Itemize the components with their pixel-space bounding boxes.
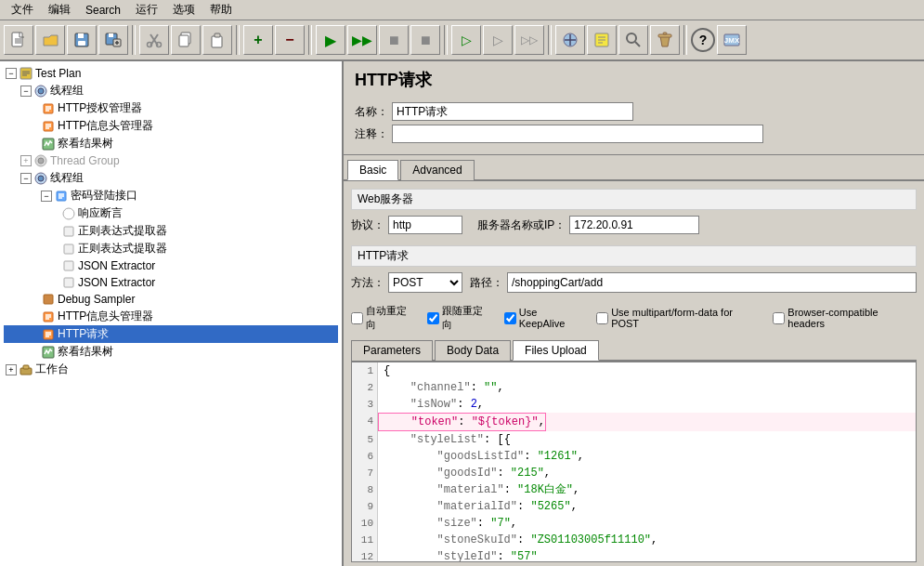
remote-stop-button[interactable]: ▷ [483,25,513,55]
search-tool-button[interactable] [618,25,648,55]
tree-item-workbench[interactable]: + 工作台 [4,361,338,378]
line-content: "token": "${token}", [378,413,546,431]
comment-input[interactable] [392,125,763,143]
tree-item-http-auth[interactable]: HTTP授权管理器 [4,99,338,117]
line-number: 8 [352,481,378,498]
svg-rect-58 [64,244,73,254]
run-button[interactable]: ▶ [316,25,345,55]
open-button[interactable] [35,25,65,55]
path-input[interactable] [507,272,917,293]
expand-icon[interactable]: − [6,68,17,79]
svg-rect-8 [109,33,113,37]
tree-item-thread-group-2[interactable]: − 线程组 [4,169,338,187]
multipart-label[interactable]: Use multipart/form-data for POST [596,307,761,329]
log-button[interactable] [587,25,617,55]
remote-exit-button[interactable]: ▷▷ [514,25,544,55]
browser-compat-label[interactable]: Browser-compatible headers [773,307,917,329]
tree-item-http-info-1[interactable]: HTTP信息头管理器 [4,117,338,135]
stop-button[interactable]: ⏹ [379,25,409,55]
line-number: 5 [352,431,378,448]
code-line-10: 10 "size": "7", [352,515,916,532]
tree-item-thread-group-1[interactable]: − 线程组 [4,82,338,99]
expand-icon-thread-group[interactable]: + [20,155,32,166]
comment-label: 注释： [355,126,388,142]
menu-options[interactable]: 选项 [165,0,202,20]
tree-view-button[interactable] [555,25,585,55]
tree-item-regex-1[interactable]: 正则表达式提取器 [4,222,338,240]
new-button[interactable] [4,25,33,55]
menu-help[interactable]: 帮助 [202,0,240,20]
cut-button[interactable] [139,25,169,55]
workbench-icon [19,362,33,377]
copy-button[interactable] [171,25,201,55]
method-select[interactable]: POST GET PUT DELETE [388,272,462,293]
tabs-bar: Basic Advanced [344,159,924,181]
tree-item-view-results-1[interactable]: 察看结果树 [4,135,338,152]
info-button[interactable]: JMX [717,25,747,55]
menu-search[interactable]: Search [78,2,128,19]
http-request-icon [41,327,56,342]
expand-icon[interactable]: − [20,86,32,97]
inner-tab-parameters[interactable]: Parameters [351,340,433,361]
code-editor[interactable]: 1{2 "channel": "",3 "isNow": 2,4 "token"… [351,362,917,562]
tree-item-http-request[interactable]: HTTP请求 [4,325,338,343]
tree-item-view-results-2[interactable]: 察看结果树 [4,343,338,361]
view-results-2-label: 察看结果树 [58,344,113,360]
debug-icon [41,292,56,307]
thread-group-1-label: 线程组 [50,83,84,99]
json-1-label: JSON Extractor [78,259,155,272]
browser-compat-checkbox[interactable] [773,312,785,324]
svg-point-56 [63,208,74,219]
svg-rect-30 [663,33,667,34]
tree-item-regex-2[interactable]: 正则表达式提取器 [4,240,338,257]
paste-button[interactable] [202,25,232,55]
protocol-input[interactable] [388,216,462,234]
multipart-checkbox[interactable] [596,312,608,324]
menu-edit[interactable]: 编辑 [41,0,78,20]
auto-redirect-checkbox[interactable] [351,312,363,324]
expand-icon-login[interactable]: − [41,191,52,202]
line-content: "goodsListId": "1261", [378,448,584,465]
test-plan-label: Test Plan [35,67,81,80]
tree-item-assert[interactable]: 响应断言 [4,204,338,222]
keep-alive-checkbox[interactable] [504,312,516,324]
inner-tab-body-data[interactable]: Body Data [435,340,511,361]
svg-rect-59 [64,261,73,270]
name-input[interactable] [392,102,633,121]
tree-item-test-plan[interactable]: − Test Plan [4,65,338,82]
saveas-button[interactable] [98,25,128,55]
tree-item-login[interactable]: − 密码登陆接口 [4,187,338,204]
auto-redirect-label[interactable]: 自动重定向 [351,304,416,332]
svg-rect-60 [64,278,73,287]
tree-item-debug[interactable]: Debug Sampler [4,291,338,308]
webserver-section: Web服务器 协议： 服务器名称或IP： [344,181,924,242]
follow-redirect-checkbox[interactable] [427,312,439,324]
webserver-header: Web服务器 [351,189,917,210]
inner-tab-files-upload[interactable]: Files Upload [513,340,599,361]
tree-item-http-info-2[interactable]: HTTP信息头管理器 [4,308,338,325]
expand-icon-workbench[interactable]: + [6,364,17,375]
follow-redirect-label[interactable]: 跟随重定向 [427,304,492,332]
remote-run-button[interactable]: ▷ [451,25,481,55]
add-button[interactable]: + [243,25,273,55]
tab-advanced[interactable]: Advanced [400,160,474,180]
run-all-button[interactable]: ▶▶ [347,25,377,55]
line-number: 10 [352,515,378,532]
expand-icon-2[interactable]: − [20,173,32,184]
clear-button[interactable] [650,25,680,55]
tree-item-json-2[interactable]: JSON Extractor [4,274,338,291]
menu-file[interactable]: 文件 [4,0,41,20]
server-row: 协议： 服务器名称或IP： [351,212,917,238]
save-button[interactable] [67,25,97,55]
stop-now-button[interactable]: ⏹ [410,25,440,55]
remove-button[interactable]: − [275,25,305,55]
keep-alive-label[interactable]: Use KeepAlive [504,307,585,329]
code-line-3: 3 "isNow": 2, [352,396,916,413]
menu-run[interactable]: 运行 [128,0,165,20]
tree-item-thread-group-label[interactable]: + Thread Group [4,152,338,169]
server-ip-input[interactable] [569,216,699,234]
help-button[interactable]: ? [691,28,715,52]
line-content: "isNow": 2, [378,396,484,413]
tree-item-json-1[interactable]: JSON Extractor [4,257,338,274]
tab-basic[interactable]: Basic [347,160,398,180]
